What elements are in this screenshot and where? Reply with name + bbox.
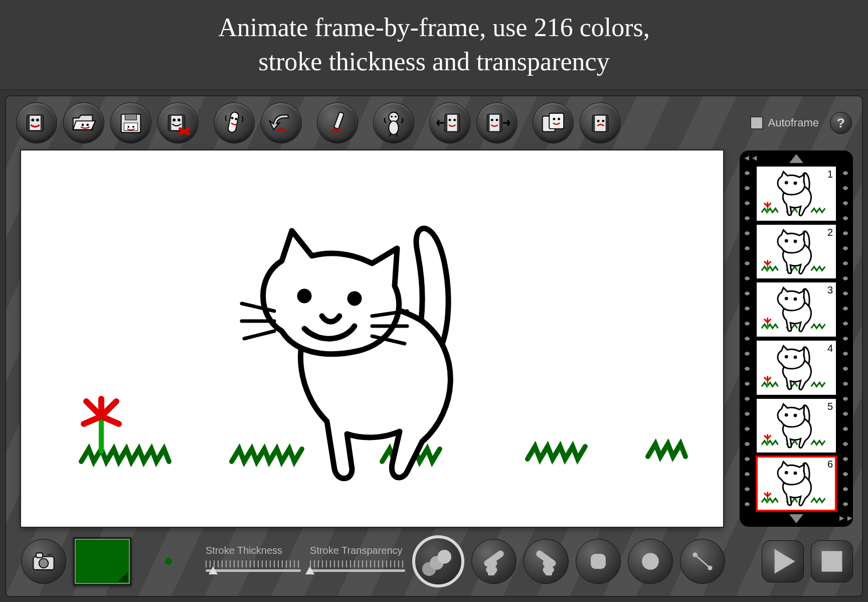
help-button[interactable]: ? bbox=[830, 112, 852, 134]
clear-frame-button[interactable] bbox=[214, 102, 255, 143]
stop-button[interactable] bbox=[811, 540, 853, 582]
svg-point-18 bbox=[231, 117, 234, 119]
new-file-button[interactable] bbox=[16, 102, 57, 143]
svg-point-28 bbox=[449, 119, 451, 121]
svg-point-105 bbox=[708, 565, 712, 570]
close-file-button[interactable] bbox=[157, 102, 199, 143]
svg-rect-96 bbox=[36, 553, 43, 557]
filmstrip-frame-2[interactable]: 2 bbox=[757, 225, 836, 279]
svg-point-5 bbox=[82, 123, 84, 126]
transparency-slider[interactable] bbox=[310, 558, 405, 578]
brush-tool-button[interactable] bbox=[412, 535, 464, 587]
svg-rect-2 bbox=[41, 115, 44, 131]
svg-rect-41 bbox=[606, 115, 608, 132]
autoframe-label: Autoframe bbox=[768, 116, 819, 129]
svg-point-63 bbox=[794, 182, 796, 184]
svg-point-37 bbox=[553, 118, 556, 120]
copy-frame-button[interactable] bbox=[533, 102, 574, 143]
save-file-button[interactable] bbox=[110, 102, 151, 143]
svg-point-15 bbox=[172, 118, 176, 121]
svg-point-22 bbox=[389, 121, 398, 134]
undo-button[interactable] bbox=[261, 102, 302, 143]
svg-point-80 bbox=[785, 356, 787, 358]
svg-point-68 bbox=[785, 240, 787, 242]
frame-number: 5 bbox=[827, 401, 833, 412]
frame-number: 6 bbox=[827, 459, 833, 470]
frame-number: 4 bbox=[827, 343, 833, 354]
svg-rect-13 bbox=[168, 115, 171, 131]
brush-size-preview bbox=[138, 539, 199, 584]
color-picker[interactable] bbox=[73, 537, 131, 585]
thickness-label: Stroke Thickness bbox=[206, 545, 301, 556]
transparency-label: Stroke Transparency bbox=[310, 545, 405, 556]
svg-point-11 bbox=[132, 126, 134, 128]
insert-frame-before-button[interactable] bbox=[429, 102, 470, 143]
svg-point-38 bbox=[558, 118, 560, 120]
arrow-right-shape[interactable] bbox=[524, 539, 569, 584]
svg-rect-8 bbox=[125, 114, 136, 120]
svg-rect-101 bbox=[591, 554, 606, 569]
character-button[interactable] bbox=[373, 102, 414, 143]
thickness-slider[interactable] bbox=[206, 558, 301, 578]
filmstrip-page-prev[interactable]: ◄◄ bbox=[743, 154, 755, 164]
svg-point-19 bbox=[235, 118, 237, 120]
line-shape[interactable] bbox=[680, 539, 725, 584]
filmstrip-scroll-down[interactable] bbox=[740, 512, 853, 526]
svg-point-4 bbox=[36, 118, 39, 121]
play-button[interactable] bbox=[762, 540, 804, 582]
filmstrip-frame-3[interactable]: 3 bbox=[757, 282, 836, 337]
svg-rect-32 bbox=[499, 114, 502, 132]
svg-rect-26 bbox=[445, 114, 447, 132]
insert-frame-after-button[interactable] bbox=[476, 102, 517, 143]
svg-point-42 bbox=[597, 120, 600, 122]
svg-rect-14 bbox=[182, 115, 185, 131]
svg-point-102 bbox=[642, 553, 659, 570]
svg-rect-20 bbox=[334, 112, 344, 129]
svg-point-75 bbox=[794, 298, 796, 300]
svg-point-69 bbox=[794, 240, 796, 242]
filmstrip-frame-4[interactable]: 4 bbox=[757, 341, 836, 395]
frame-number: 3 bbox=[827, 284, 833, 296]
svg-line-104 bbox=[695, 555, 710, 568]
svg-rect-97 bbox=[47, 554, 52, 557]
svg-point-6 bbox=[86, 123, 89, 126]
svg-point-33 bbox=[491, 119, 493, 121]
filmstrip-frame-5[interactable]: 5 bbox=[757, 399, 836, 453]
rounded-square-shape[interactable] bbox=[576, 539, 621, 584]
snapshot-button[interactable] bbox=[21, 539, 66, 584]
frame-number: 1 bbox=[827, 169, 833, 180]
arrow-left-shape[interactable] bbox=[471, 539, 516, 584]
svg-rect-31 bbox=[487, 114, 490, 132]
svg-rect-27 bbox=[457, 114, 460, 132]
svg-point-43 bbox=[602, 120, 604, 122]
delete-frame-button[interactable] bbox=[580, 102, 621, 143]
svg-point-93 bbox=[794, 472, 796, 474]
filmstrip-frame-6[interactable]: 6 bbox=[757, 457, 836, 511]
app-frame: Autoframe ? bbox=[5, 95, 863, 597]
svg-point-3 bbox=[31, 118, 34, 121]
drawing-canvas[interactable] bbox=[21, 150, 723, 527]
svg-rect-40 bbox=[593, 115, 595, 132]
circle-shape[interactable] bbox=[628, 539, 673, 584]
svg-point-10 bbox=[127, 126, 129, 128]
autoframe-toggle[interactable]: Autoframe ? bbox=[750, 112, 852, 134]
svg-rect-1 bbox=[27, 115, 30, 131]
bottom-toolbar: Stroke Thickness Stroke Transparency bbox=[21, 534, 853, 589]
title-text: Animate frame-by-frame, use 216 colors,s… bbox=[218, 11, 650, 78]
svg-point-81 bbox=[794, 356, 796, 358]
svg-point-50 bbox=[300, 291, 309, 300]
svg-point-24 bbox=[395, 116, 397, 118]
svg-point-95 bbox=[39, 558, 49, 568]
svg-point-86 bbox=[785, 414, 787, 416]
svg-point-16 bbox=[178, 118, 181, 121]
filmstrip-frame-1[interactable]: 1 bbox=[757, 167, 836, 221]
redo-button[interactable] bbox=[317, 102, 358, 143]
frame-number: 2 bbox=[827, 227, 833, 238]
svg-rect-106 bbox=[822, 551, 842, 572]
filmstrip: ◄◄ 1 2 3 4 5 bbox=[740, 150, 853, 527]
autoframe-checkbox[interactable] bbox=[750, 116, 763, 129]
svg-line-54 bbox=[244, 331, 274, 339]
title-bar: Animate frame-by-frame, use 216 colors,s… bbox=[0, 0, 868, 90]
open-file-button[interactable] bbox=[63, 102, 104, 143]
svg-rect-36 bbox=[549, 113, 564, 129]
